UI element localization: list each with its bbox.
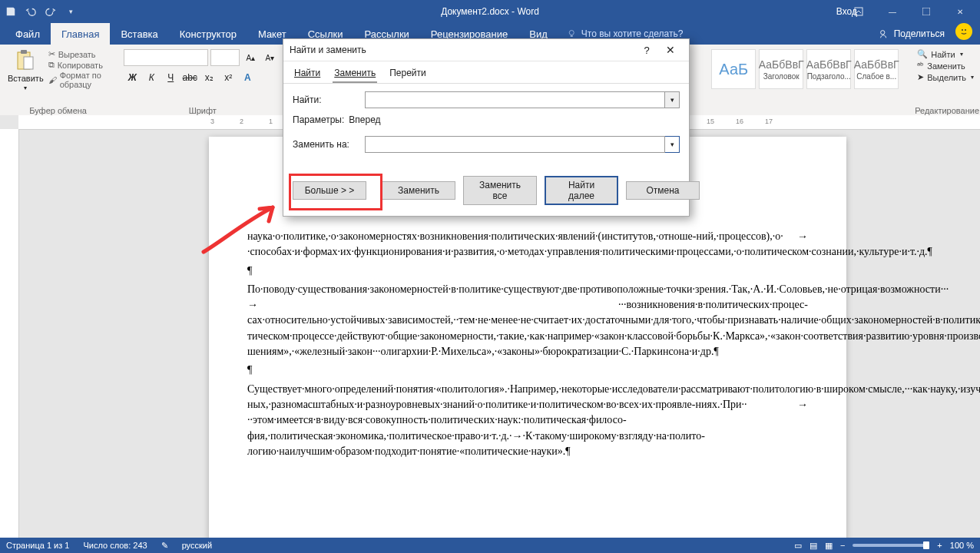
copy-button[interactable]: ⧉Копировать [48,60,106,70]
find-replace-dialog: Найти и заменить ? ✕ Найти Заменить Пере… [283,38,690,217]
replace-one-button[interactable]: Заменить [382,181,455,200]
style-weak[interactable]: АаБбВвГСлабое в... [854,49,899,89]
dialog-title: Найти и заменить [290,45,635,55]
params-value: Вперед [349,114,380,125]
status-spellcheck-icon[interactable]: ✎ [161,541,168,551]
undo-icon[interactable] [23,4,38,19]
bulb-icon [568,29,577,38]
ruler-tick: 3 [210,118,214,125]
ribbon-options-icon[interactable] [843,2,874,21]
more-button[interactable]: Больше > > [293,181,366,200]
zoom-slider[interactable] [853,544,929,547]
dialog-tab-find[interactable]: Найти [293,65,322,83]
brush-icon: 🖌 [48,75,57,84]
replace-input[interactable] [365,136,665,153]
quick-access-toolbar: ▾ [3,4,78,19]
pilcrow: ¶ [247,363,808,378]
dialog-close-icon[interactable]: ✕ [658,44,683,56]
body-paragraph: наука·о·политике,·о·закономерностях·возн… [247,229,808,260]
maximize-icon[interactable] [911,2,942,21]
shrink-font-icon[interactable]: A▾ [261,49,278,66]
zoom-in-icon[interactable]: + [937,541,942,550]
copy-label: Копировать [58,61,103,70]
svg-point-5 [965,29,966,31]
pilcrow: ¶ [247,263,808,279]
font-size-combo[interactable] [210,49,240,66]
paste-button[interactable]: Вставить ▾ [8,49,44,91]
redo-icon[interactable] [43,4,58,19]
ruler-tick: 1 [269,118,273,125]
vertical-ruler[interactable] [0,129,19,538]
share-button[interactable]: Поделиться [871,23,952,45]
font-name-combo[interactable] [124,49,208,66]
find-dropdown-icon[interactable]: ▾ [665,91,680,108]
title-bar: ▾ Документ2.docx - Word Вход — ✕ [0,0,980,23]
replace-dropdown-icon[interactable]: ▾ [665,136,680,153]
style-weak-label: Слабое в... [856,72,896,81]
find-button[interactable]: 🔍Найти▾ [917,49,974,59]
feedback-smiley-icon[interactable] [955,23,972,40]
style-subheading[interactable]: АаБбВвГПодзаголо... [806,49,851,89]
underline-button[interactable]: Ч [162,69,179,86]
select-button[interactable]: ➤Выделить▾ [917,72,974,82]
find-input[interactable] [365,91,665,108]
dialog-tab-goto[interactable]: Перейти [388,65,428,83]
copy-icon: ⧉ [48,60,55,70]
replace-button[interactable]: ᵃᵇЗаменить [917,61,974,71]
status-word-count[interactable]: Число слов: 243 [83,541,147,550]
bold-button[interactable]: Ж [124,69,141,86]
dialog-tabs: Найти Заменить Перейти [283,61,689,84]
ruler-tick: 17 [765,118,773,125]
subscript-button[interactable]: x₂ [200,69,217,86]
cancel-button[interactable]: Отмена [626,181,700,200]
grow-font-icon[interactable]: A▴ [242,49,259,66]
style-heading[interactable]: АаБбВвГЗаголовок [759,49,803,89]
svg-rect-1 [922,8,930,15]
ruler-tick: 2 [240,118,243,125]
cut-button[interactable]: ✂Вырезать [48,49,106,59]
tab-file[interactable]: Файл [5,23,51,45]
cursor-icon: ➤ [917,72,924,82]
svg-rect-8 [24,57,33,69]
replace-icon: ᵃᵇ [917,61,924,71]
view-read-icon[interactable]: ▭ [794,541,802,551]
tab-home[interactable]: Главная [51,23,110,45]
style-subheading-label: Подзаголо... [807,72,851,81]
group-editing: 🔍Найти▾ ᵃᵇЗаменить ➤Выделить▾ Редактиров… [914,48,980,118]
status-language[interactable]: русский [182,541,212,550]
status-page[interactable]: Страница 1 из 1 [6,541,69,550]
style-aabb[interactable]: АаБ [711,49,756,89]
tell-me-label: Что вы хотите сделать? [581,28,684,39]
replace-all-button[interactable]: Заменить все [463,176,537,205]
dialog-titlebar[interactable]: Найти и заменить ? ✕ [283,39,689,61]
view-print-icon[interactable]: ▤ [809,541,817,551]
tab-insert[interactable]: Вставка [110,23,168,45]
zoom-out-icon[interactable]: − [840,541,845,550]
minimize-icon[interactable]: — [877,2,908,21]
qat-dropdown-icon[interactable]: ▾ [63,4,78,19]
strike-button[interactable]: abc [181,69,198,86]
select-label: Выделить [927,73,966,82]
close-icon[interactable]: ✕ [945,2,975,21]
cut-label: Вырезать [58,50,96,59]
italic-button[interactable]: К [143,69,160,86]
save-icon[interactable] [3,4,18,19]
format-painter-button[interactable]: 🖌Формат по образцу [48,71,106,89]
text-effects-icon[interactable]: A [239,69,256,86]
superscript-button[interactable]: x² [220,69,237,86]
svg-point-4 [962,29,963,31]
zoom-level[interactable]: 100 % [950,541,974,550]
dialog-help-icon[interactable]: ? [635,45,658,56]
find-next-button[interactable]: Найти далее [545,176,618,205]
paste-label: Вставить [8,74,44,83]
dialog-tab-replace[interactable]: Заменить [333,65,377,83]
view-web-icon[interactable]: ▦ [825,541,833,551]
svg-rect-7 [21,50,27,54]
style-heading-label: Заголовок [763,72,800,81]
find-label: Найти: [293,94,359,105]
svg-rect-0 [855,8,862,15]
format-painter-label: Формат по образцу [60,71,106,89]
group-styles: АаБ АаБбВвГЗаголовок АаБбВвГПодзаголо...… [708,48,905,118]
replace-with-label: Заменить на: [293,139,359,150]
tab-design[interactable]: Конструктор [169,23,247,45]
